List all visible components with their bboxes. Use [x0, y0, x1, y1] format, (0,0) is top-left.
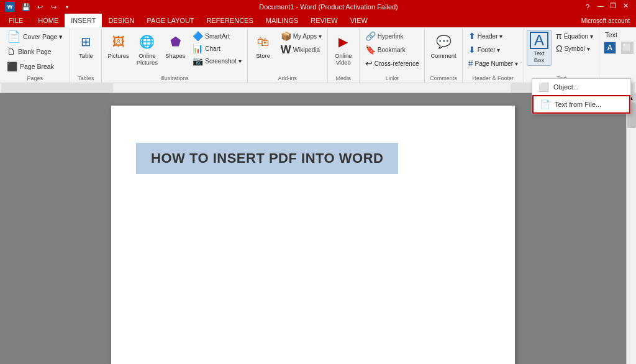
customize-qa-button[interactable]: ▾ — [61, 1, 73, 13]
shapes-button[interactable]: ⬟ Shapes — [162, 30, 188, 61]
menu-design[interactable]: DESIGN — [102, 14, 140, 27]
document-page: HOW TO INSERT PDF INTO WORD — [111, 106, 515, 364]
comment-button[interactable]: 💬 Comment — [427, 30, 459, 61]
minimize-button[interactable]: — — [595, 1, 606, 11]
chart-icon: 📊 — [193, 43, 203, 53]
object-menu-item[interactable]: ⬜ Object... — [532, 79, 630, 95]
pictures-icon: 🖼 — [109, 32, 129, 52]
header-footer-label: Header & Footer — [473, 74, 514, 83]
menu-page-layout[interactable]: PAGE LAYOUT — [141, 14, 201, 27]
text-extra-icons: A ⬜ ▾ — [602, 40, 636, 56]
wikipedia-icon: W — [281, 43, 291, 57]
undo-button[interactable]: ↩ — [34, 1, 46, 13]
menu-insert[interactable]: INSERT — [65, 14, 102, 27]
screenshot-button[interactable]: 📷 Screenshot ▾ — [189, 55, 244, 67]
vertical-scrollbar[interactable]: ▲ ▼ — [626, 93, 636, 364]
smartart-icon: 🔷 — [193, 31, 203, 41]
title-bar-title: Document1 - Word (Product Activation Fai… — [76, 3, 581, 11]
menu-review[interactable]: REVIEW — [304, 14, 343, 27]
ribbon: 📄 Cover Page ▾ 🗋 Blank Page ⬛ Page Break… — [0, 27, 636, 83]
wikipedia-button[interactable]: W Wikipedia — [278, 42, 325, 58]
microsoft-account[interactable]: Microsoft account — [575, 14, 636, 27]
header-icon: ⬆ — [468, 31, 476, 41]
text-from-file-icon: 📄 — [540, 99, 550, 109]
illustrations-right-col: 🔷 SmartArt 📊 Chart 📷 Screenshot ▾ — [189, 30, 244, 67]
menu-home[interactable]: HOME — [32, 14, 65, 27]
equation-button[interactable]: π Equation ▾ — [553, 30, 596, 42]
object-icon: ⬜ — [538, 82, 548, 92]
save-button[interactable]: 💾 — [20, 1, 32, 13]
shapes-icon: ⬟ — [165, 32, 185, 52]
pages-group-content: 📄 Cover Page ▾ 🗋 Blank Page ⬛ Page Break — [2, 30, 67, 74]
document-body: HOW TO INSERT PDF INTO WORD — [136, 130, 490, 174]
footer-icon: ⬇ — [468, 45, 476, 55]
comments-label: Comments — [430, 74, 457, 83]
illustrations-content: 🖼 Pictures 🌐 OnlinePictures ⬟ Shapes 🔷 S… — [104, 30, 244, 74]
comments-group: 💬 Comment Comments — [425, 29, 462, 83]
online-video-button[interactable]: ▶ OnlineVideo — [330, 30, 357, 68]
main-content: HOW TO INSERT PDF INTO WORD ▲ ▼ — [0, 93, 636, 364]
document-heading: HOW TO INSERT PDF INTO WORD — [136, 143, 398, 174]
menu-mailings[interactable]: MAILINGS — [260, 14, 305, 27]
addins-right-col: 📦 My Apps ▾ W Wikipedia — [278, 30, 325, 58]
font-icon: A — [604, 42, 616, 54]
text-effects-button[interactable]: ⬜ — [619, 40, 635, 56]
header-footer-content: ⬆ Header ▾ ⬇ Footer ▾ # Page Number ▾ — [465, 30, 521, 74]
page-break-button[interactable]: ⬛ Page Break — [2, 60, 58, 73]
pages-label: Pages — [27, 74, 43, 83]
text-effects-icon: ⬜ — [621, 42, 634, 54]
page-number-button[interactable]: # Page Number ▾ — [465, 57, 521, 70]
text-extra-col: Text A ⬜ ▾ — [602, 30, 636, 56]
redo-button[interactable]: ↪ — [47, 1, 60, 13]
bookmark-button[interactable]: 🔖 Bookmark — [362, 43, 409, 56]
font-color-button[interactable]: A — [602, 40, 618, 56]
cross-reference-button[interactable]: ↩ Cross-reference — [362, 57, 422, 70]
hyperlink-icon: 🔗 — [365, 31, 376, 41]
cover-page-button[interactable]: 📄 Cover Page ▾ — [2, 30, 67, 43]
help-button[interactable]: ? — [581, 1, 594, 13]
online-pictures-button[interactable]: 🌐 OnlinePictures — [134, 30, 161, 68]
equation-icon: π — [556, 31, 562, 41]
text-from-file-menu-item[interactable]: 📄 Text from File... — [532, 95, 630, 114]
hyperlink-button[interactable]: 🔗 Hyperlink — [362, 30, 407, 42]
tables-group: ⊞ Table Tables — [70, 29, 102, 83]
text-right-col: π Equation ▾ Ω Symbol ▾ — [553, 30, 596, 55]
close-button[interactable]: ✕ — [620, 1, 631, 11]
online-pictures-icon: 🌐 — [137, 32, 157, 52]
header-button[interactable]: ⬆ Header ▾ — [465, 30, 506, 42]
menu-view[interactable]: VIEW — [344, 14, 374, 27]
chart-button[interactable]: 📊 Chart — [189, 42, 244, 55]
text-dropdown-menu: ⬜ Object... 📄 Text from File... — [532, 78, 631, 114]
smartart-button[interactable]: 🔷 SmartArt — [189, 30, 244, 42]
symbol-icon: Ω — [556, 43, 562, 53]
text-box-button[interactable]: A TextBox — [527, 30, 552, 66]
header-footer-group: ⬆ Header ▾ ⬇ Footer ▾ # Page Number ▾ He… — [463, 29, 524, 83]
illustrations-label: Illustrations — [160, 74, 189, 83]
myapps-button[interactable]: 📦 My Apps ▾ — [278, 30, 325, 42]
text-label-btn: Text — [602, 30, 636, 40]
footer-button[interactable]: ⬇ Footer ▾ — [465, 43, 504, 56]
text-content: A TextBox π Equation ▾ Ω Symbol ▾ — [527, 30, 596, 74]
page-number-icon: # — [468, 58, 473, 68]
symbol-button[interactable]: Ω Symbol ▾ — [553, 42, 596, 55]
scrollbar-track — [627, 103, 637, 364]
blank-page-button[interactable]: 🗋 Blank Page — [2, 45, 56, 58]
text-extra-content: Text A ⬜ ▾ — [602, 30, 636, 80]
screenshot-icon: 📷 — [193, 56, 203, 66]
title-bar-left: W 💾 ↩ ↪ ▾ — [5, 1, 76, 13]
table-icon: ⊞ — [76, 32, 96, 52]
links-label: Links — [386, 74, 399, 83]
table-button[interactable]: ⊞ Table — [73, 30, 99, 61]
document-area[interactable]: HOW TO INSERT PDF INTO WORD — [0, 93, 626, 364]
illustrations-group: 🖼 Pictures 🌐 OnlinePictures ⬟ Shapes 🔷 S… — [102, 29, 247, 83]
store-button[interactable]: 🛍 Store — [250, 30, 276, 61]
pictures-button[interactable]: 🖼 Pictures — [104, 30, 132, 61]
myapps-icon: 📦 — [281, 31, 291, 41]
text-group: A TextBox π Equation ▾ Ω Symbol ▾ Text — [524, 29, 599, 83]
menu-file[interactable]: FILE — [0, 14, 32, 27]
menu-references[interactable]: REFERENCES — [201, 14, 260, 27]
maximize-button[interactable]: ❐ — [607, 1, 619, 11]
online-video-icon: ▶ — [334, 32, 353, 52]
addins-group: 🛍 Store 📦 My Apps ▾ W Wikipedia Add-ins — [248, 29, 328, 83]
pages-group: 📄 Cover Page ▾ 🗋 Blank Page ⬛ Page Break… — [0, 29, 70, 83]
